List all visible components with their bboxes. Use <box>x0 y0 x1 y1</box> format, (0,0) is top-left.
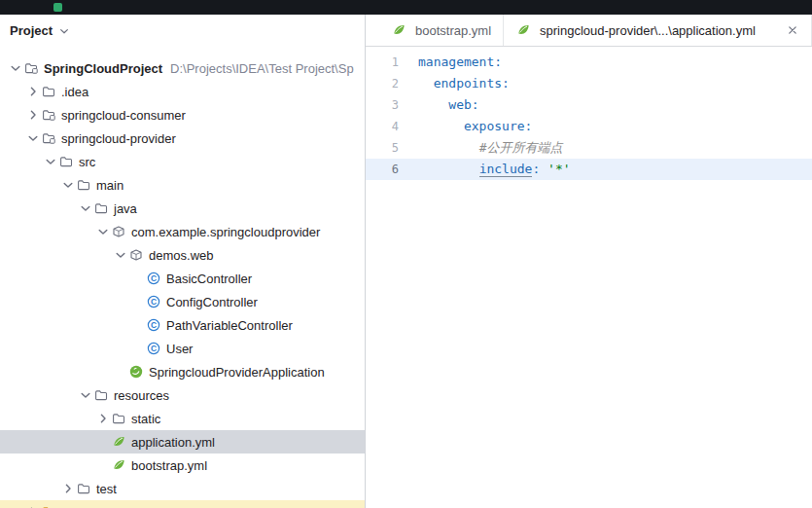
tree-row[interactable]: bootstrap.yml <box>0 454 365 477</box>
window-titlebar <box>0 0 812 15</box>
chevron-right-icon[interactable] <box>25 107 41 123</box>
chevron-spacer <box>130 341 146 356</box>
line-number: 1 <box>366 52 399 73</box>
code-area[interactable]: 1management:2 endpoints:3 web:4 exposure… <box>366 47 812 508</box>
module-icon <box>41 107 56 123</box>
tree-row[interactable]: java <box>0 197 365 220</box>
chevron-spacer <box>95 434 111 450</box>
tree-item-label: src <box>79 155 95 169</box>
tree-item-label: SpringCloudProject <box>44 61 162 76</box>
code-text: endpoints: <box>399 73 510 94</box>
editor-tabbar: bootstrap.ymlspringcloud-provider\...\ap… <box>366 15 812 47</box>
tree-item-label: springcloud-consumer <box>61 108 186 123</box>
code-line: 5 #公开所有端点 <box>366 137 812 159</box>
tree-row[interactable]: static <box>0 407 365 430</box>
tree-item-label: SpringcloudProviderApplication <box>149 365 325 380</box>
chevron-down-icon[interactable] <box>113 247 128 263</box>
class-icon: C <box>146 294 161 309</box>
editor-tab-active[interactable]: springcloud-provider\...\application.yml <box>504 15 812 46</box>
code-token <box>418 119 464 133</box>
chevron-spacer <box>113 364 128 380</box>
class-icon: C <box>146 341 161 356</box>
code-line: 3 web: <box>366 94 812 116</box>
chevron-spacer <box>130 271 146 286</box>
code-token: management: <box>418 54 502 69</box>
chevron-down-icon[interactable] <box>25 130 41 146</box>
tree-row[interactable]: CPathVariableController <box>0 313 365 337</box>
chevron-down-icon[interactable] <box>57 24 71 38</box>
tree-row[interactable]: springcloud-provider <box>0 127 365 150</box>
svg-text:C: C <box>151 344 157 353</box>
code-text: #公开所有端点 <box>399 137 562 159</box>
chevron-down-icon[interactable] <box>60 177 76 193</box>
tree-item-label: application.yml <box>131 435 215 450</box>
tree-item-label: java <box>114 201 137 216</box>
editor-tab[interactable]: bootstrap.yml <box>379 15 504 46</box>
tree-row[interactable]: src <box>0 150 365 173</box>
tool-window-title: Project <box>10 23 53 38</box>
project-panel-header: Project <box>0 15 365 47</box>
chevron-right-icon[interactable] <box>95 411 111 426</box>
tree-row[interactable]: SpringCloudProjectD:\Projects\IDEA\Test … <box>0 56 365 80</box>
folder-icon <box>41 84 56 99</box>
tree-row[interactable]: test <box>0 477 365 500</box>
chevron-right-icon[interactable] <box>25 504 41 508</box>
code-token <box>418 76 434 91</box>
project-tree[interactable]: SpringCloudProjectD:\Projects\IDEA\Test … <box>0 47 365 508</box>
chevron-down-icon[interactable] <box>78 200 93 216</box>
ide-main: Project SpringCloudProjectD:\Projects\ID… <box>0 15 812 508</box>
chevron-spacer <box>130 294 146 309</box>
code-text: exposure: <box>399 116 532 137</box>
tree-item-label: test <box>96 482 117 496</box>
tree-item-label: demos.web <box>149 248 213 263</box>
tree-item-label: .idea <box>61 85 88 99</box>
springyml-icon <box>111 457 126 473</box>
chevron-down-icon[interactable] <box>78 387 93 403</box>
folder-icon <box>58 154 74 169</box>
line-number: 2 <box>366 73 399 94</box>
tree-row[interactable]: CUser <box>0 337 365 360</box>
chevron-down-icon[interactable] <box>95 224 111 239</box>
tree-item-label: PathVariableController <box>166 318 293 333</box>
line-number: 3 <box>366 94 399 116</box>
tree-row[interactable]: com.example.springcloudprovider <box>0 220 365 243</box>
tree-row[interactable] <box>0 500 365 508</box>
code-token: web: <box>448 97 478 112</box>
chevron-down-icon[interactable] <box>8 60 23 76</box>
tab-label: springcloud-provider\...\application.yml <box>540 23 756 38</box>
code-text: include: '*' <box>399 159 571 180</box>
chevron-right-icon[interactable] <box>25 84 41 99</box>
tree-row[interactable]: SpringcloudProviderApplication <box>0 360 365 383</box>
package-icon <box>128 247 144 263</box>
chevron-right-icon[interactable] <box>60 481 76 496</box>
close-icon[interactable] <box>786 23 799 37</box>
svg-text:C: C <box>151 320 157 330</box>
springyml-icon <box>515 22 531 38</box>
tree-item-label: BasicController <box>166 272 252 286</box>
springboot-icon <box>128 364 144 380</box>
tree-item-label: resources <box>114 388 169 403</box>
editor-area: bootstrap.ymlspringcloud-provider\...\ap… <box>366 15 812 508</box>
class-icon: C <box>146 317 161 333</box>
chevron-spacer <box>130 317 146 333</box>
tree-row[interactable]: demos.web <box>0 243 365 267</box>
code-token: '*' <box>547 162 570 176</box>
tree-row[interactable]: main <box>0 173 365 197</box>
folder-src-icon <box>93 200 109 216</box>
tree-row[interactable]: CBasicController <box>0 267 365 290</box>
code-token <box>418 140 479 155</box>
folder-test-icon <box>76 481 91 496</box>
tree-item-label: bootstrap.yml <box>131 458 207 473</box>
tree-row[interactable]: application.yml <box>0 430 365 454</box>
folder-orange-icon <box>41 504 56 508</box>
chevron-down-icon[interactable] <box>43 154 58 169</box>
code-text: web: <box>399 94 479 116</box>
tree-row[interactable]: resources <box>0 383 365 407</box>
tree-item-label: com.example.springcloudprovider <box>131 225 320 239</box>
tree-row[interactable]: CConfigController <box>0 290 365 313</box>
code-token <box>418 162 479 176</box>
tree-row[interactable]: springcloud-consumer <box>0 103 365 127</box>
package-icon <box>111 224 126 239</box>
tree-row[interactable]: .idea <box>0 80 365 103</box>
line-number: 5 <box>366 137 399 159</box>
